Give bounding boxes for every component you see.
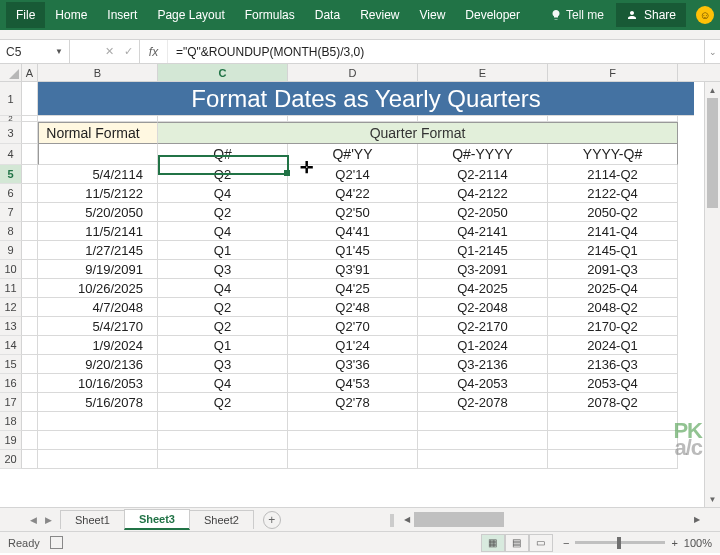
chevron-down-icon[interactable]: ▼ [55, 47, 63, 56]
sheet-tab-sheet1[interactable]: Sheet1 [60, 510, 125, 529]
cell-e6[interactable]: Q4-2122 [418, 184, 548, 203]
account-avatar[interactable]: ☺ [696, 6, 714, 24]
cell-c7[interactable]: Q2 [158, 203, 288, 222]
cell-f14[interactable]: 2024-Q1 [548, 336, 678, 355]
subheader-qyyyy[interactable]: Q#-YYYY [418, 144, 548, 165]
zoom-out-icon[interactable]: − [563, 537, 569, 549]
cell-e16[interactable]: Q4-2053 [418, 374, 548, 393]
row-header-13[interactable]: 13 [0, 317, 22, 336]
cell-d18[interactable] [288, 412, 418, 431]
row-header-18[interactable]: 18 [0, 412, 22, 431]
row-header-14[interactable]: 14 [0, 336, 22, 355]
cell-c17[interactable]: Q2 [158, 393, 288, 412]
cell-f8[interactable]: 2141-Q4 [548, 222, 678, 241]
cell-b17[interactable]: 5/16/2078 [38, 393, 158, 412]
subheader-q[interactable]: Q# [158, 144, 288, 165]
cell-c20[interactable] [158, 450, 288, 469]
cell-e10[interactable]: Q3-2091 [418, 260, 548, 279]
cell-a7[interactable] [22, 203, 38, 222]
col-header-e[interactable]: E [418, 64, 548, 81]
scroll-left-icon[interactable]: ◀ [400, 515, 414, 524]
sheet-tab-sheet2[interactable]: Sheet2 [189, 510, 254, 529]
cell-a4[interactable] [22, 144, 38, 165]
cell-e18[interactable] [418, 412, 548, 431]
cell-d8[interactable]: Q4'41 [288, 222, 418, 241]
cell-b15[interactable]: 9/20/2136 [38, 355, 158, 374]
tab-view[interactable]: View [410, 2, 456, 28]
cell-d9[interactable]: Q1'45 [288, 241, 418, 260]
subheader-qyy[interactable]: Q#'YY [288, 144, 418, 165]
cell-e8[interactable]: Q4-2141 [418, 222, 548, 241]
cell-d16[interactable]: Q4'53 [288, 374, 418, 393]
cell-e20[interactable] [418, 450, 548, 469]
tab-review[interactable]: Review [350, 2, 409, 28]
select-all-corner[interactable] [0, 64, 22, 81]
cell-f10[interactable]: 2091-Q3 [548, 260, 678, 279]
row-header-6[interactable]: 6 [0, 184, 22, 203]
cell-b18[interactable] [38, 412, 158, 431]
col-header-b[interactable]: B [38, 64, 158, 81]
cell-d5[interactable]: Q2'14 [288, 165, 418, 184]
view-page-break-icon[interactable]: ▭ [529, 534, 553, 552]
subheader-yyyyq[interactable]: YYYY-Q# [548, 144, 678, 165]
cell-f18[interactable] [548, 412, 678, 431]
cell-f19[interactable] [548, 431, 678, 450]
row-header-7[interactable]: 7 [0, 203, 22, 222]
cell-d6[interactable]: Q4'22 [288, 184, 418, 203]
scroll-down-icon[interactable]: ▼ [705, 491, 720, 507]
cell-c18[interactable] [158, 412, 288, 431]
view-normal-icon[interactable]: ▦ [481, 534, 505, 552]
cell-b6[interactable]: 11/5/2122 [38, 184, 158, 203]
row-header-15[interactable]: 15 [0, 355, 22, 374]
cell-a14[interactable] [22, 336, 38, 355]
cell-d14[interactable]: Q1'24 [288, 336, 418, 355]
cell-b20[interactable] [38, 450, 158, 469]
cell-a20[interactable] [22, 450, 38, 469]
tell-me[interactable]: Tell me [542, 8, 612, 22]
cell-b9[interactable]: 1/27/2145 [38, 241, 158, 260]
cell-a1[interactable] [22, 82, 38, 116]
cell-a12[interactable] [22, 298, 38, 317]
cell-f17[interactable]: 2078-Q2 [548, 393, 678, 412]
cell-b11[interactable]: 10/26/2025 [38, 279, 158, 298]
cell-f15[interactable]: 2136-Q3 [548, 355, 678, 374]
cell-e12[interactable]: Q2-2048 [418, 298, 548, 317]
cell-d17[interactable]: Q2'78 [288, 393, 418, 412]
sheet-tab-sheet3[interactable]: Sheet3 [124, 509, 190, 530]
name-box[interactable]: C5 ▼ [0, 40, 70, 63]
cell-d7[interactable]: Q2'50 [288, 203, 418, 222]
cell-b5[interactable]: 5/4/2114 [38, 165, 158, 184]
cell-c9[interactable]: Q1 [158, 241, 288, 260]
cell-b4[interactable] [38, 144, 158, 165]
vscroll-thumb[interactable] [707, 98, 718, 208]
cell-c16[interactable]: Q4 [158, 374, 288, 393]
cell-b7[interactable]: 5/20/2050 [38, 203, 158, 222]
cell-c8[interactable]: Q4 [158, 222, 288, 241]
zoom-in-icon[interactable]: + [671, 537, 677, 549]
row-header-17[interactable]: 17 [0, 393, 22, 412]
col-header-c[interactable]: C [158, 64, 288, 81]
cell-a11[interactable] [22, 279, 38, 298]
tab-formulas[interactable]: Formulas [235, 2, 305, 28]
cell-b13[interactable]: 5/4/2170 [38, 317, 158, 336]
row-header-19[interactable]: 19 [0, 431, 22, 450]
formula-expand-icon[interactable]: ⌄ [704, 40, 720, 63]
col-header-a[interactable]: A [22, 64, 38, 81]
confirm-icon[interactable]: ✓ [124, 45, 133, 58]
cell-c14[interactable]: Q1 [158, 336, 288, 355]
cell-e13[interactable]: Q2-2170 [418, 317, 548, 336]
tab-data[interactable]: Data [305, 2, 350, 28]
cell-d13[interactable]: Q2'70 [288, 317, 418, 336]
cancel-icon[interactable]: ✕ [105, 45, 114, 58]
cell-e17[interactable]: Q2-2078 [418, 393, 548, 412]
cell-b14[interactable]: 1/9/2024 [38, 336, 158, 355]
cell-f7[interactable]: 2050-Q2 [548, 203, 678, 222]
cell-e9[interactable]: Q1-2145 [418, 241, 548, 260]
scroll-right-icon[interactable]: ▶ [690, 515, 704, 524]
cell-e7[interactable]: Q2-2050 [418, 203, 548, 222]
cell-a5[interactable] [22, 165, 38, 184]
tab-page-layout[interactable]: Page Layout [147, 2, 234, 28]
cell-f16[interactable]: 2053-Q4 [548, 374, 678, 393]
cell-b10[interactable]: 9/19/2091 [38, 260, 158, 279]
cell-d19[interactable] [288, 431, 418, 450]
